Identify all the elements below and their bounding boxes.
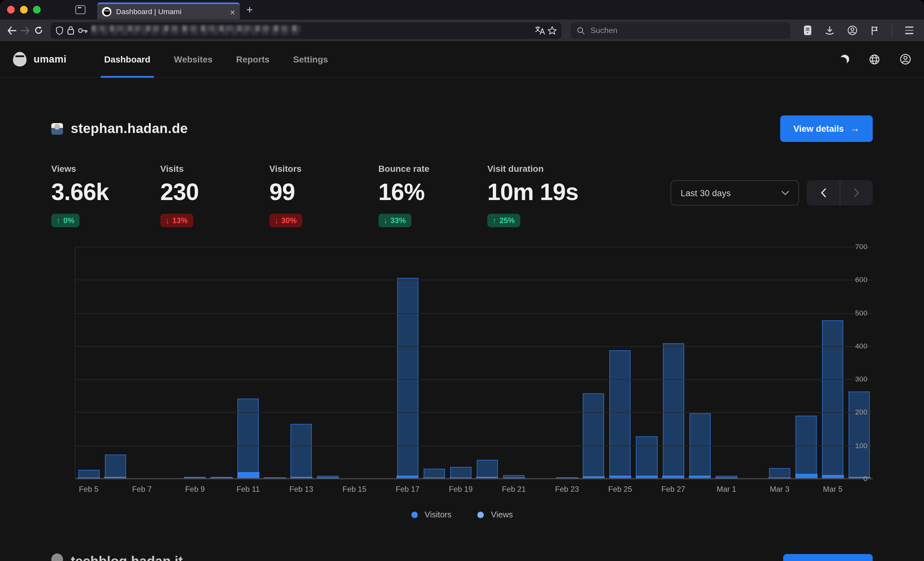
search-bar[interactable]	[571, 22, 790, 39]
nav-item-reports[interactable]: Reports	[224, 41, 281, 77]
chart-slot-Feb-24	[580, 247, 607, 479]
chart-slot-Mar-5: Mar 5	[819, 247, 846, 479]
visitors-bar-Feb-11[interactable]	[237, 472, 259, 479]
chart-slot-Feb-18	[421, 247, 448, 479]
chevron-down-icon	[782, 190, 789, 195]
views-bar-Feb-11[interactable]	[237, 398, 259, 479]
chart-slot-Feb-16	[368, 247, 394, 479]
active-tab[interactable]: Dashboard | Umami ×	[97, 2, 240, 19]
stat-change-badge: ↓ 33%	[378, 214, 411, 227]
account-button[interactable]	[843, 22, 861, 39]
date-pager	[807, 180, 873, 205]
chart-slot-Feb-25: Feb 25	[607, 247, 634, 479]
chart-slot-Feb-17: Feb 17	[394, 247, 421, 479]
x-tick-label: Feb 19	[449, 485, 472, 494]
devices-sync-button[interactable]	[798, 22, 816, 39]
umami-logo-icon	[13, 52, 26, 67]
chart-slot-Feb-9: Feb 9	[182, 247, 208, 479]
gridline	[75, 247, 873, 247]
views-bar-Feb-24[interactable]	[583, 393, 604, 479]
chevron-left-icon	[821, 188, 826, 197]
profile-icon[interactable]	[900, 54, 911, 65]
next-website-favicon	[51, 554, 63, 561]
prev-period-button[interactable]	[807, 180, 840, 205]
views-bar-Mar-3[interactable]	[769, 468, 790, 479]
app-header: umami Dashboard Websites Reports Setting…	[0, 41, 924, 78]
stat-views: Views 3.66k ↑ 0%	[51, 164, 160, 227]
views-bar-Feb-25[interactable]	[610, 350, 631, 479]
x-tick-label: Feb 13	[290, 485, 313, 494]
next-website-header-clipped: techblog.hadan.it	[51, 552, 873, 561]
download-icon	[825, 25, 834, 35]
x-tick-label: Mar 3	[770, 485, 789, 494]
trend-value: 0%	[63, 216, 74, 225]
arrow-right-icon: →	[850, 123, 860, 135]
views-bar-Mar-6[interactable]	[849, 391, 870, 479]
downloads-button[interactable]	[821, 22, 838, 39]
nav-item-websites[interactable]: Websites	[162, 41, 224, 77]
extension-flag-icon	[870, 25, 879, 35]
umami-favicon-icon	[102, 7, 111, 16]
stat-value: 99	[269, 179, 378, 205]
language-globe-icon[interactable]	[869, 54, 880, 64]
back-button[interactable]	[6, 22, 18, 39]
gridline	[75, 379, 873, 380]
views-bar-Mar-5[interactable]	[822, 320, 843, 479]
legend-item-views[interactable]: Views	[477, 510, 513, 519]
umami-brand[interactable]: umami	[13, 52, 66, 67]
views-bar-Feb-19[interactable]	[450, 467, 471, 479]
views-bar-Feb-17[interactable]	[397, 278, 418, 479]
legend-item-visitors[interactable]: Visitors	[411, 510, 452, 519]
views-bar-Feb-26[interactable]	[636, 436, 657, 479]
views-bar-Feb-27[interactable]	[663, 343, 684, 479]
trend-value: 25%	[500, 216, 515, 225]
reload-button[interactable]	[33, 22, 45, 39]
trend-arrow-icon: ↓	[165, 216, 170, 225]
views-bar-Feb-20[interactable]	[477, 460, 498, 479]
x-tick-label: Feb 5	[79, 485, 99, 494]
next-view-details-button[interactable]	[783, 554, 873, 561]
close-window-button[interactable]	[7, 6, 15, 13]
gridline	[75, 446, 873, 446]
extension-button[interactable]	[866, 22, 883, 39]
zoom-window-button[interactable]	[33, 6, 41, 13]
chevron-right-icon	[854, 188, 859, 197]
new-tab-button[interactable]: +	[246, 3, 253, 16]
nav-item-dashboard[interactable]: Dashboard	[92, 41, 162, 77]
next-website-title: techblog.hadan.it	[70, 554, 183, 561]
theme-toggle-moon-icon[interactable]	[840, 54, 850, 64]
gridline	[75, 412, 873, 413]
search-input[interactable]	[590, 25, 784, 35]
stat-visit-duration: Visit duration 10m 19s ↑ 25%	[488, 164, 596, 227]
translate-icon[interactable]	[535, 26, 545, 35]
view-details-button[interactable]: View details →	[781, 115, 873, 142]
views-bar-Feb-18[interactable]	[423, 469, 445, 479]
tab-close-icon[interactable]: ×	[230, 7, 235, 16]
metrics-row: Views 3.66k ↑ 0% Visits 230 ↓ 13% Visito…	[51, 164, 873, 227]
nav-item-settings[interactable]: Settings	[281, 41, 340, 77]
next-period-button[interactable]	[840, 180, 873, 205]
chart-plot: Feb 5Feb 7Feb 9Feb 11Feb 13Feb 15Feb 17F…	[75, 247, 873, 479]
gridline	[75, 346, 873, 347]
tab-overview-button[interactable]	[71, 2, 89, 17]
menu-button[interactable]	[901, 22, 918, 39]
views-bar-Feb-5[interactable]	[78, 470, 99, 479]
views-bar-Feb-6[interactable]	[105, 455, 126, 479]
chart-x-axis-line	[75, 478, 873, 479]
address-bar[interactable]	[51, 22, 561, 39]
date-range-select[interactable]: Last 30 days	[670, 180, 799, 205]
trend-value: 33%	[390, 216, 406, 225]
minimize-window-button[interactable]	[20, 6, 28, 13]
y-tick-label: 100	[844, 442, 867, 450]
hamburger-icon	[905, 27, 914, 34]
chart-slot-Feb-8	[155, 247, 182, 479]
views-bar-Feb-13[interactable]	[291, 424, 312, 479]
forward-button[interactable]	[19, 22, 32, 39]
y-tick-label: 600	[844, 276, 867, 284]
x-tick-label: Feb 25	[608, 485, 632, 494]
views-bar-Mar-4[interactable]	[796, 416, 817, 479]
window-controls	[0, 6, 49, 13]
y-tick-label: 400	[844, 342, 867, 350]
bookmark-star-icon[interactable]	[548, 26, 556, 35]
y-tick-label: 200	[844, 408, 867, 416]
